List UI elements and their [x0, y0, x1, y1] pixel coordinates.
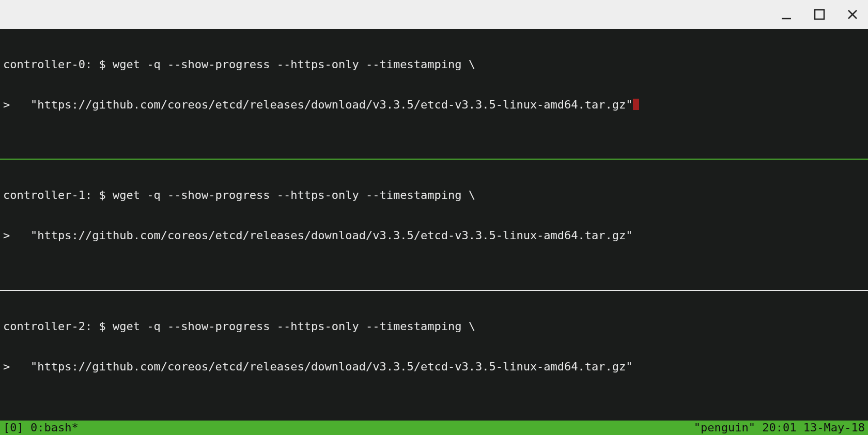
tmux-pane-0[interactable]: controller-0: $ wget -q --show-progress … [0, 29, 868, 159]
command-text: "https://github.com/coreos/etcd/releases… [30, 98, 633, 111]
command-text: wget -q --show-progress --https-only --t… [113, 320, 475, 333]
continuation-prompt: > [3, 98, 30, 111]
continuation-prompt: > [3, 229, 30, 242]
statusbar-left: [0] 0:bash* [3, 421, 79, 434]
maximize-icon[interactable] [813, 8, 826, 21]
minimize-icon[interactable] [780, 8, 793, 21]
clock-date: 13-May-18 [803, 421, 865, 434]
window-name: 0:bash* [30, 421, 79, 434]
terminal-window: controller-0: $ wget -q --show-progress … [0, 0, 868, 435]
terminal-line: controller-2: $ wget -q --show-progress … [3, 320, 865, 333]
window-titlebar [0, 0, 868, 29]
terminal-line: > "https://github.com/coreos/etcd/releas… [3, 229, 865, 242]
command-text: wget -q --show-progress --https-only --t… [113, 189, 475, 201]
session-index: [0] [3, 421, 30, 434]
shell-prompt: controller-2: $ [3, 320, 113, 333]
terminal-line: controller-0: $ wget -q --show-progress … [3, 58, 865, 71]
clock-time: 20:01 [762, 421, 796, 434]
cursor-block [633, 99, 639, 110]
shell-prompt: controller-1: $ [3, 189, 113, 201]
tmux-statusbar: [0] 0:bash* "penguin" 20:01 13-May-18 [0, 421, 868, 435]
terminal-line: > "https://github.com/coreos/etcd/releas… [3, 98, 865, 112]
tmux-pane-1[interactable]: controller-1: $ wget -q --show-progress … [0, 160, 868, 289]
hostname: "penguin" [694, 421, 755, 434]
terminal-line: > "https://github.com/coreos/etcd/releas… [3, 360, 865, 374]
command-text: "https://github.com/coreos/etcd/releases… [30, 229, 633, 242]
command-text: wget -q --show-progress --https-only --t… [113, 58, 475, 71]
terminal-body[interactable]: controller-0: $ wget -q --show-progress … [0, 29, 868, 435]
terminal-line: controller-1: $ wget -q --show-progress … [3, 189, 865, 202]
statusbar-right: "penguin" 20:01 13-May-18 [694, 421, 865, 434]
close-icon[interactable] [846, 8, 859, 21]
continuation-prompt: > [3, 360, 30, 373]
svg-rect-1 [815, 10, 824, 19]
tmux-pane-2[interactable]: controller-2: $ wget -q --show-progress … [0, 291, 868, 421]
command-text: "https://github.com/coreos/etcd/releases… [30, 360, 633, 373]
shell-prompt: controller-0: $ [3, 58, 113, 71]
